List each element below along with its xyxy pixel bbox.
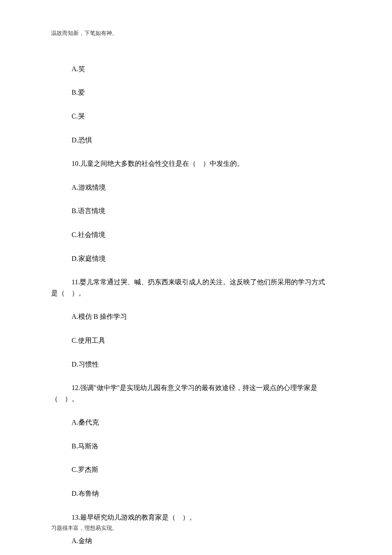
page-content: 温故而知新，下笔如有神。 A.笑 B.爱 C.哭 D.恐惧 10.儿童之间绝大多… [0, 0, 392, 555]
q12-line1: 12.强调"做中学"是实现幼儿园有意义学习的最有效途径，持这一观点的心理学家是 [51, 382, 341, 393]
q12-option-b: B.马斯洛 [51, 441, 341, 452]
question-13: 13.最早研究幼儿游戏的教育家是（ ）。 [51, 512, 341, 523]
q10-option-c: C.社会情境 [51, 229, 341, 240]
q12-option-d: D.布鲁纳 [51, 488, 341, 499]
q11-line1: 11.婴儿常常通过哭、喊、扔东西来吸引成人的关注。这反映了他们所采用的学习方式 [51, 277, 341, 288]
q12-option-a: A.桑代克 [51, 417, 341, 428]
q12-line2: （ ）。 [51, 393, 341, 405]
option-d: D.恐惧 [51, 135, 341, 146]
q11-option-ab: A.模仿 B 操作学习 [51, 311, 341, 322]
header-note: 温故而知新，下笔如有神。 [51, 29, 341, 38]
option-a: A.笑 [51, 64, 341, 75]
q12-option-c: C.罗杰斯 [51, 464, 341, 475]
option-b: B.爱 [51, 87, 341, 98]
footer-note: 习题很丰富，理想易实现。 [51, 524, 118, 533]
q11-line2: 是（ ）。 [51, 288, 341, 299]
q11-option-c: C.使用工具 [51, 335, 341, 346]
option-c: C.哭 [51, 111, 341, 122]
question-10: 10.儿童之间绝大多数的社会性交往是在（ ）中发生的。 [51, 158, 341, 169]
question-11: 11.婴儿常常通过哭、喊、扔东西来吸引成人的关注。这反映了他们所采用的学习方式 … [51, 277, 341, 298]
question-12: 12.强调"做中学"是实现幼儿园有意义学习的最有效途径，持这一观点的心理学家是 … [51, 382, 341, 404]
q13-option-a: A.金纳 [51, 535, 341, 546]
q10-option-b: B.语言情境 [51, 205, 341, 217]
q10-option-a: A.游戏情境 [51, 182, 341, 193]
q11-option-d: D.习惯性 [51, 359, 341, 370]
q10-option-d: D.家庭情境 [51, 253, 341, 264]
